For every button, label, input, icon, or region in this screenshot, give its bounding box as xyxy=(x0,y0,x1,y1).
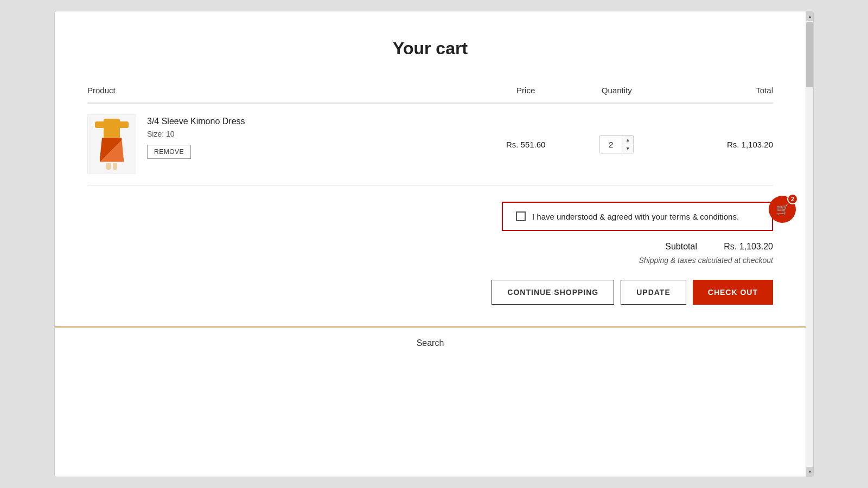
cart-fab-button[interactable]: 🛒 2 xyxy=(769,196,796,223)
col-header-quantity: Quantity xyxy=(575,80,659,103)
subtotal-label: Subtotal xyxy=(665,242,697,252)
remove-button[interactable]: REMOVE xyxy=(147,145,191,159)
col-header-price: Price xyxy=(477,80,574,103)
scroll-up-arrow[interactable]: ▲ xyxy=(806,11,814,21)
dress-skirt xyxy=(100,138,124,162)
terms-row: I have understood & agreed with your ter… xyxy=(87,202,773,231)
product-name: 3/4 Sleeve Kimono Dress xyxy=(147,117,245,126)
price-cell: Rs. 551.60 xyxy=(477,103,574,185)
col-header-total: Total xyxy=(659,80,773,103)
cart-table: Product Price Quantity Total xyxy=(87,80,773,185)
footer-search: Search xyxy=(55,326,806,359)
subtotal-amount: Rs. 1,103.20 xyxy=(713,242,773,252)
dress-sleeve-right xyxy=(119,121,129,128)
subtotal-row: Subtotal Rs. 1,103.20 xyxy=(87,242,773,252)
quantity-spinner: ▲ ▼ xyxy=(599,135,634,153)
browser-window: ▲ ▼ 🛒 2 Your cart Product Price Quantity… xyxy=(54,11,814,477)
terms-box: I have understood & agreed with your ter… xyxy=(502,202,773,231)
table-row: 3/4 Sleeve Kimono Dress Size: 10 REMOVE … xyxy=(87,103,773,185)
scroll-down-arrow[interactable]: ▼ xyxy=(806,467,814,477)
quantity-cell: ▲ ▼ xyxy=(575,103,659,185)
checkout-button[interactable]: CHECK OUT xyxy=(693,280,773,305)
footer-search-label: Search xyxy=(417,338,444,348)
page-content: Your cart Product Price Quantity Total xyxy=(55,11,806,359)
terms-checkbox[interactable] xyxy=(516,211,526,221)
quantity-arrows: ▲ ▼ xyxy=(622,136,633,153)
dress-top xyxy=(104,119,120,138)
page-title: Your cart xyxy=(87,11,773,80)
dress-leg-left xyxy=(106,163,111,170)
quantity-input[interactable] xyxy=(600,136,622,153)
shipping-note: Shipping & taxes calculated at checkout xyxy=(87,256,773,265)
product-size: Size: 10 xyxy=(147,130,245,138)
total-cell: Rs. 1,103.20 xyxy=(659,103,773,185)
quantity-down-arrow[interactable]: ▼ xyxy=(622,144,633,153)
terms-label: I have understood & agreed with your ter… xyxy=(532,212,739,221)
action-buttons: CONTINUE SHOPPING UPDATE CHECK OUT xyxy=(87,280,773,305)
continue-shopping-button[interactable]: CONTINUE SHOPPING xyxy=(492,280,614,305)
cart-badge: 2 xyxy=(787,194,798,204)
dress-sleeve-left xyxy=(95,121,105,128)
product-image xyxy=(87,114,136,174)
dress-leg-right xyxy=(113,163,117,170)
dress-illustration xyxy=(93,119,131,170)
scrollbar-thumb[interactable] xyxy=(806,22,814,87)
dress-legs xyxy=(94,163,130,170)
product-cell: 3/4 Sleeve Kimono Dress Size: 10 REMOVE xyxy=(87,114,477,174)
cart-fab-icon: 🛒 xyxy=(776,203,789,216)
quantity-up-arrow[interactable]: ▲ xyxy=(622,136,633,144)
col-header-product: Product xyxy=(87,80,477,103)
scrollbar[interactable]: ▲ ▼ xyxy=(806,11,813,477)
update-button[interactable]: UPDATE xyxy=(621,280,686,305)
product-info: 3/4 Sleeve Kimono Dress Size: 10 REMOVE xyxy=(147,114,245,159)
